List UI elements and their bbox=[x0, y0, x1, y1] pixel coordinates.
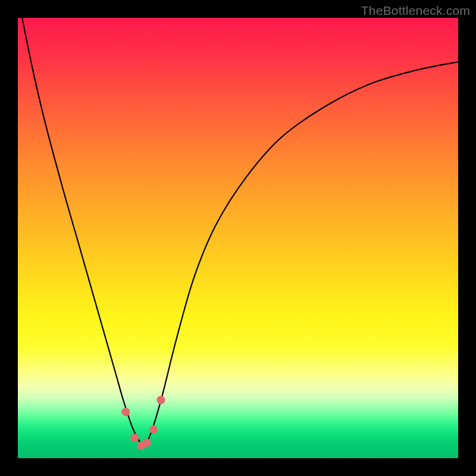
valley-marker bbox=[149, 425, 158, 434]
bottleneck-curve bbox=[18, 18, 458, 445]
valley-marker bbox=[121, 408, 130, 416]
watermark-text: TheBottleneck.com bbox=[361, 4, 470, 18]
valley-marker bbox=[157, 396, 165, 404]
bottleneck-chart-svg bbox=[18, 18, 458, 458]
valley-marker bbox=[130, 434, 139, 442]
valley-markers bbox=[121, 396, 165, 450]
chart-plot-area bbox=[18, 18, 458, 458]
valley-marker bbox=[143, 439, 151, 447]
chart-frame: TheBottleneck.com bbox=[0, 0, 476, 476]
